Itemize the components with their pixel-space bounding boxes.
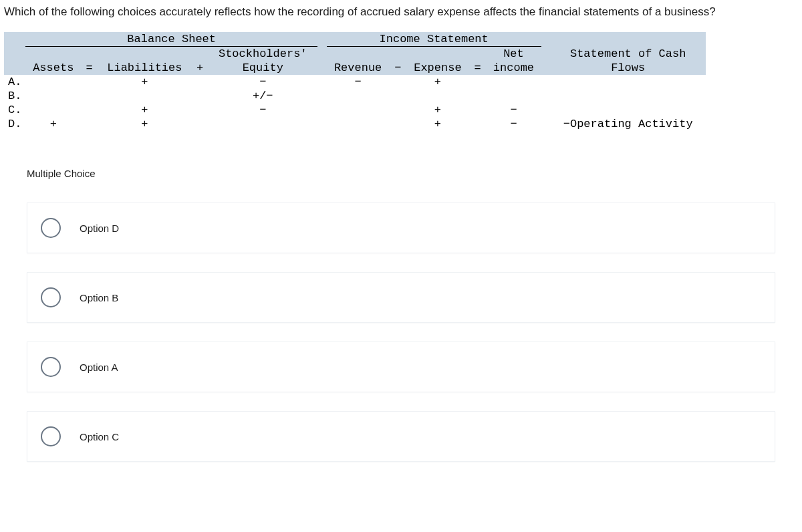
cell-net (486, 89, 541, 103)
answer-option[interactable]: Option C (27, 411, 775, 462)
cashflow-label-1: Statement of Cash (550, 47, 706, 61)
cell-expense: + (406, 103, 469, 117)
cell-cash (550, 103, 706, 117)
plus1: + (192, 61, 209, 75)
answer-option[interactable]: Option D (27, 203, 775, 253)
answer-option[interactable]: Option A (27, 342, 775, 392)
table-row: D. + + + − −Operating Activity (4, 117, 706, 131)
cell-cash (550, 89, 706, 103)
flows-col: Flows (550, 61, 706, 75)
cell-assets (25, 89, 81, 103)
cell-net: − (486, 103, 541, 117)
financial-statements-table: Balance Sheet Income Statement Stockhold… (0, 32, 802, 131)
cell-assets (25, 103, 81, 117)
cell-net (486, 75, 541, 89)
table-group-header: Balance Sheet Income Statement (4, 32, 706, 47)
cell-cash: −Operating Activity (550, 117, 706, 131)
answer-options: Option D Option B Option A Option C (27, 203, 802, 462)
cell-equity: − (209, 75, 317, 89)
cell-equity: − (209, 103, 317, 117)
answer-option[interactable]: Option B (27, 272, 775, 323)
eq1: = (81, 61, 98, 75)
cell-revenue: − (327, 75, 390, 89)
cell-expense: + (406, 117, 469, 131)
option-label: Option D (80, 223, 119, 234)
income-statement-header: Income Statement (327, 32, 541, 47)
cell-assets: + (25, 117, 81, 131)
row-label: D. (4, 117, 25, 131)
option-label: Option B (80, 292, 118, 303)
equity-col: Equity (209, 61, 317, 75)
netincome-col: income (486, 61, 541, 75)
cell-liab: + (98, 117, 191, 131)
cell-liab: + (98, 75, 191, 89)
cell-revenue (327, 103, 390, 117)
stockholders-label: Stockholders' (209, 47, 317, 61)
cell-equity (209, 117, 317, 131)
radio-icon[interactable] (41, 287, 61, 307)
row-label: B. (4, 89, 25, 103)
cell-revenue (327, 117, 390, 131)
expense-col: Expense (406, 61, 469, 75)
cell-revenue (327, 89, 390, 103)
multiple-choice-label: Multiple Choice (27, 168, 802, 179)
cell-assets (25, 75, 81, 89)
table-row: B. +/− (4, 89, 706, 103)
radio-icon[interactable] (41, 357, 61, 377)
table-header-line3: Assets = Liabilities + Equity Revenue − … (4, 61, 706, 75)
option-label: Option C (80, 431, 119, 442)
minus1: − (390, 61, 406, 75)
cell-equity: +/− (209, 89, 317, 103)
row-label: A. (4, 75, 25, 89)
table-row: C. + − + − (4, 103, 706, 117)
cell-liab: + (98, 103, 191, 117)
radio-icon[interactable] (41, 218, 61, 238)
table-header-line2: Stockholders' Net Statement of Cash (4, 47, 706, 61)
radio-icon[interactable] (41, 426, 61, 446)
revenue-col: Revenue (327, 61, 390, 75)
cell-cash (550, 75, 706, 89)
balance-sheet-header: Balance Sheet (25, 32, 317, 47)
cell-expense: + (406, 75, 469, 89)
table-row: A. + − − + (4, 75, 706, 89)
net-label: Net (486, 47, 541, 61)
question-text: Which of the following choices accuratel… (0, 0, 802, 32)
assets-col: Assets (25, 61, 81, 75)
eq2: = (469, 61, 486, 75)
cell-expense (406, 89, 469, 103)
liab-col: Liabilities (98, 61, 191, 75)
row-label: C. (4, 103, 25, 117)
option-label: Option A (80, 362, 118, 373)
cell-net: − (486, 117, 541, 131)
cell-liab (98, 89, 191, 103)
